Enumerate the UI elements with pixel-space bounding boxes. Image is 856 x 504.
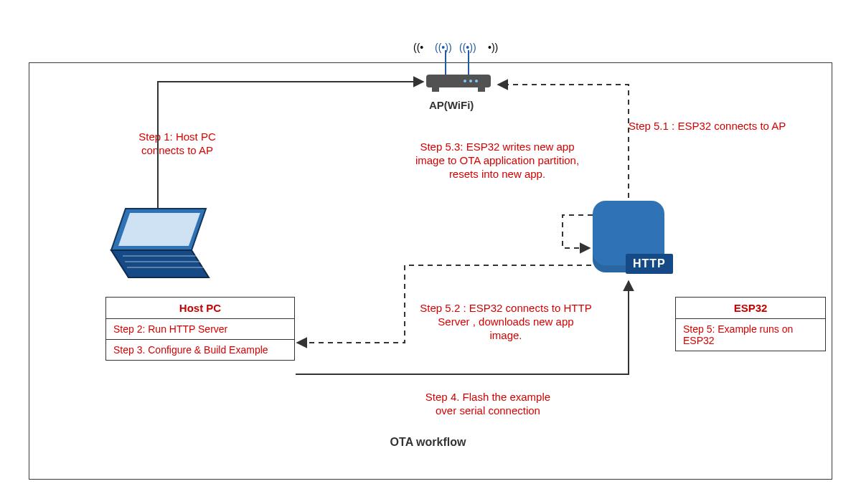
step1-label: Step 1: Host PC connects to AP bbox=[105, 130, 249, 158]
step4-label: Step 4. Flash the example over serial co… bbox=[395, 391, 581, 418]
esp32-box: ESP32 Step 5: Example runs on ESP32 bbox=[675, 297, 826, 351]
router-icon bbox=[426, 75, 491, 95]
step53-line3: resets into new app. bbox=[449, 168, 545, 180]
step52-line2: Server , downloads new app bbox=[438, 315, 573, 328]
svg-marker-2 bbox=[111, 250, 209, 277]
http-badge: HTTP bbox=[626, 254, 673, 274]
step1-line1: Step 1: Host PC bbox=[138, 130, 216, 143]
diagram-title: OTA workflow bbox=[0, 436, 856, 449]
wifi-icon: •)) bbox=[488, 42, 498, 53]
step52-line3: image. bbox=[489, 329, 522, 341]
diagram-canvas: ((• ((•)) ((•)) •)) AP(WiFi) HTTP Host P… bbox=[0, 0, 856, 504]
esp32-step5: Step 5: Example runs on ESP32 bbox=[676, 319, 825, 351]
wifi-icon: ((• bbox=[413, 42, 423, 53]
ap-label: AP(WiFi) bbox=[429, 99, 474, 111]
step4-line1: Step 4. Flash the example bbox=[425, 391, 550, 403]
step51-label: Step 5.1 : ESP32 connects to AP bbox=[629, 120, 829, 133]
step53-line2: image to OTA application partition, bbox=[415, 154, 579, 166]
svg-marker-1 bbox=[118, 213, 200, 246]
step53-label: Step 5.3: ESP32 writes new app image to … bbox=[393, 141, 601, 181]
host-pc-step3: Step 3. Configure & Build Example bbox=[106, 340, 294, 360]
step1-line2: connects to AP bbox=[141, 144, 213, 156]
wifi-icon: ((•)) bbox=[435, 42, 452, 53]
step53-line1: Step 5.3: ESP32 writes new app bbox=[420, 141, 574, 153]
host-pc-step2: Step 2: Run HTTP Server bbox=[106, 319, 294, 340]
host-pc-title: Host PC bbox=[106, 298, 294, 319]
step52-label: Step 5.2 : ESP32 connects to HTTP Server… bbox=[402, 302, 610, 342]
host-pc-box: Host PC Step 2: Run HTTP Server Step 3. … bbox=[105, 297, 295, 361]
step52-line1: Step 5.2 : ESP32 connects to HTTP bbox=[420, 302, 591, 314]
esp32-title: ESP32 bbox=[676, 298, 825, 319]
step4-line2: over serial connection bbox=[436, 404, 540, 417]
laptop-icon bbox=[101, 206, 216, 285]
step51-line: Step 5.1 : ESP32 connects to AP bbox=[629, 120, 786, 132]
